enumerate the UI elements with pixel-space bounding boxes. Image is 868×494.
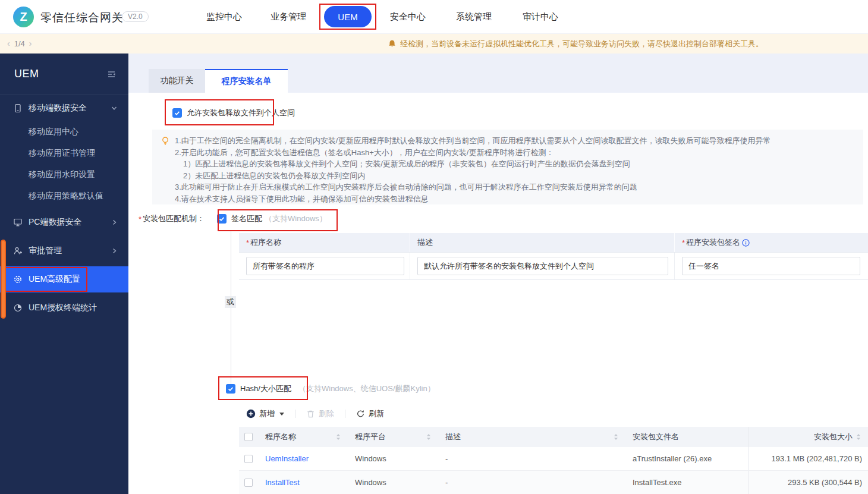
bell-icon xyxy=(388,39,397,49)
allow-release-checkbox[interactable] xyxy=(172,108,182,118)
pager-prev-icon[interactable]: ‹ xyxy=(7,39,10,48)
program-name-input[interactable] xyxy=(246,257,404,275)
signature-table-header: * 程序名称 描述 * 程序安装包签名 xyxy=(239,233,868,253)
info-line: 2.开启此功能后，您可配置安装包进程信息（签名或Hash+大小），用户在空间内安… xyxy=(175,147,854,159)
refresh-button[interactable]: 刷新 xyxy=(356,408,384,419)
program-table-header: 程序名称 程序平台 描述 xyxy=(239,427,868,447)
pager-next-icon[interactable]: › xyxy=(29,39,32,48)
sidebar-item-mobile-policy-default[interactable]: 移动应用策略默认值 xyxy=(0,185,128,207)
top-header: Z 零信任综合网关 V2.0 监控中心 业务管理 UEM 安全中心 系统管理 审… xyxy=(0,0,868,34)
pc-icon xyxy=(13,218,23,227)
hash-match-checkbox[interactable] xyxy=(226,384,235,394)
column-label: 程序平台 xyxy=(355,432,386,442)
info-line: 2）未匹配上进程信息的安装包仍会释放文件到空间内 xyxy=(175,170,854,182)
nav-item-audit[interactable]: 审计中心 xyxy=(523,11,558,23)
chevron-right-icon xyxy=(111,219,118,226)
refresh-button-label: 刷新 xyxy=(369,408,384,419)
column-label: 程序安装包签名 xyxy=(686,237,740,248)
info-icon[interactable] xyxy=(742,239,750,247)
column-label: 描述 xyxy=(445,432,461,442)
header-description[interactable]: 描述 xyxy=(438,427,625,447)
sidebar-item-mobile-data-security[interactable]: 移动端数据安全 xyxy=(0,97,128,119)
tab-function-switch[interactable]: 功能开关 xyxy=(149,69,205,93)
column-label: 安装包大小 xyxy=(814,432,853,442)
sort-icon[interactable] xyxy=(855,432,862,442)
sidebar-item-uem-terminal-stats[interactable]: UEM授权终端统计 xyxy=(0,297,128,319)
signature-match-hint: （支持Windows） xyxy=(265,213,327,224)
sidebar-item-mobile-watermark[interactable]: 移动应用水印设置 xyxy=(0,164,128,185)
column-label: 安装包文件名 xyxy=(633,432,679,442)
sort-icon[interactable] xyxy=(425,432,432,442)
product-title: 零信任综合网关 xyxy=(40,10,124,26)
table-row: InstallTest Windows - InstallTest.exe 29… xyxy=(239,471,868,494)
nav-item-security[interactable]: 安全中心 xyxy=(390,11,426,23)
header-package-filename[interactable]: 安装包文件名 xyxy=(625,427,748,447)
caret-down-icon xyxy=(279,413,284,416)
select-all-checkbox[interactable] xyxy=(244,433,253,441)
trash-icon xyxy=(306,409,315,419)
allow-release-row[interactable]: 允许安装包释放文件到个人空间 xyxy=(172,108,295,118)
nav-item-uem[interactable]: UEM xyxy=(324,6,372,27)
signature-match-checkbox[interactable] xyxy=(217,214,227,224)
plus-circle-icon xyxy=(246,409,256,419)
required-mark: * xyxy=(682,238,685,247)
sort-icon[interactable] xyxy=(612,432,619,442)
stats-icon xyxy=(13,303,23,313)
cell-platform: Windows xyxy=(348,471,438,494)
hash-match-row[interactable]: Hash/大小匹配 （支持Windows、统信UOS/麒麟Kylin） xyxy=(226,383,435,394)
cell-package-signature xyxy=(675,253,868,279)
sidebar-item-uem-advanced-config[interactable]: UEM高级配置 xyxy=(0,266,128,292)
banner-warning: 经检测，当前设备未运行虚拟机性能优化工具，可能导致业务访问失败，请尽快退出控制台… xyxy=(388,39,763,49)
cell-platform: Windows xyxy=(348,447,438,470)
sort-icon[interactable] xyxy=(335,432,342,442)
row-checkbox[interactable] xyxy=(244,479,253,487)
banner-pager: ‹ 1/4 › xyxy=(7,39,32,48)
row-checkbox[interactable] xyxy=(244,455,253,463)
sidebar-title: UEM xyxy=(14,68,39,80)
chevron-down-icon xyxy=(111,105,118,112)
nav-item-business[interactable]: 业务管理 xyxy=(271,11,306,23)
required-mark: * xyxy=(139,215,141,224)
mobile-icon xyxy=(13,103,23,113)
sidebar-collapse-icon[interactable] xyxy=(106,70,117,81)
cell-package-filename: aTrustInstaller (26).exe xyxy=(625,447,748,470)
sidebar-item-label: 移动端数据安全 xyxy=(29,103,87,114)
app-root: Z 零信任综合网关 V2.0 监控中心 业务管理 UEM 安全中心 系统管理 审… xyxy=(0,0,868,494)
sidebar: UEM 移动端数据安全 移动应用中心 移动应用证书管理 移动应用水印设置 移动应… xyxy=(0,54,128,494)
tab-bar: 功能开关 程序安装名单 xyxy=(128,54,868,93)
header-package-size[interactable]: 安装包大小 xyxy=(748,427,868,447)
signature-table-row xyxy=(239,253,868,280)
column-header-package-signature: * 程序安装包签名 xyxy=(675,233,868,252)
or-label: 或 xyxy=(225,296,236,308)
sidebar-item-mobile-cert[interactable]: 移动应用证书管理 xyxy=(0,143,128,164)
header-program-name[interactable]: 程序名称 xyxy=(258,427,348,447)
hash-match-hint: （支持Windows、统信UOS/麒麟Kylin） xyxy=(298,383,435,394)
toolbar-divider xyxy=(345,410,345,418)
header-select-all xyxy=(239,427,258,447)
nav-item-system[interactable]: 系统管理 xyxy=(456,11,492,23)
add-button[interactable]: 新增 xyxy=(246,408,284,419)
table-toolbar: 新增 删除 刷新 xyxy=(246,405,384,422)
sidebar-item-label: 移动应用证书管理 xyxy=(29,148,95,159)
sidebar-item-label: 移动应用水印设置 xyxy=(29,169,95,180)
nav-item-monitor[interactable]: 监控中心 xyxy=(206,11,242,23)
table-row: UemInstaller Windows - aTrustInstaller (… xyxy=(239,447,868,471)
description-input[interactable] xyxy=(417,257,668,275)
header-platform[interactable]: 程序平台 xyxy=(348,427,438,447)
program-name-link[interactable]: UemInstaller xyxy=(265,454,309,463)
delete-button[interactable]: 删除 xyxy=(306,408,334,419)
column-header-program-name: * 程序名称 xyxy=(239,233,410,252)
sidebar-item-pc-data-security[interactable]: PC端数据安全 xyxy=(0,212,128,233)
cell-package-size: 193.1 MB (202,481,720 B) xyxy=(748,447,868,470)
version-badge: V2.0 xyxy=(122,11,149,22)
logo-letter: Z xyxy=(20,10,27,24)
package-signature-input[interactable] xyxy=(682,257,860,275)
sidebar-item-approval[interactable]: 审批管理 xyxy=(0,240,128,262)
tab-install-list[interactable]: 程序安装名单 xyxy=(205,69,288,93)
program-name-link[interactable]: InstallTest xyxy=(265,478,300,487)
info-line: 4.请在技术支持人员指导下使用此功能，并确保添加可信的安装包进程信息 xyxy=(175,193,854,205)
allow-release-label: 允许安装包释放文件到个人空间 xyxy=(187,108,295,118)
sidebar-item-mobile-app-center[interactable]: 移动应用中心 xyxy=(0,121,128,143)
gear-icon xyxy=(13,275,23,284)
row-select xyxy=(239,471,258,494)
